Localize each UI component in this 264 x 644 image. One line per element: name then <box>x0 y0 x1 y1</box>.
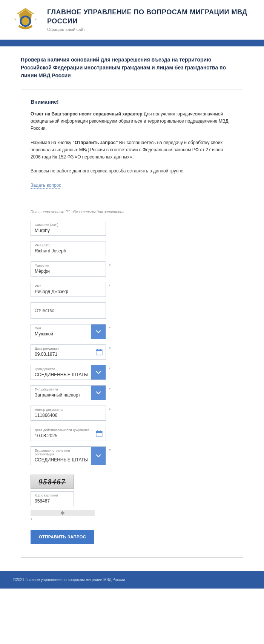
name-field[interactable]: Имя <box>31 282 106 297</box>
doc-number-label: Номер документа <box>31 406 106 412</box>
citizenship-input[interactable] <box>31 371 91 380</box>
calendar-icon <box>96 430 103 437</box>
patronymic-field[interactable] <box>31 302 106 319</box>
puzzle-icon: ✱ <box>60 510 65 516</box>
issuer-dropdown-button[interactable] <box>91 447 106 465</box>
required-marker: * <box>109 284 111 288</box>
submit-button[interactable]: ОТПРАВИТЬ ЗАПРОС <box>31 530 94 544</box>
site-header: ГЛАВНОЕ УПРАВЛЕНИЕ ПО ВОПРОСАМ МИГРАЦИИ … <box>0 0 264 40</box>
gender-label: Пол <box>31 324 91 330</box>
required-marker: * <box>109 448 111 453</box>
captcha-image: 958467 <box>31 475 74 489</box>
required-marker: * <box>109 407 111 412</box>
page-title: Проверка наличия оснований для неразреше… <box>21 56 243 80</box>
notice-paragraph-1: Ответ на Ваш запрос носит справочный хар… <box>31 111 233 132</box>
notice-box: Внимание! Ответ на Ваш запрос носит спра… <box>21 89 243 558</box>
site-footer: ©2021 Главное управление по вопросам миг… <box>0 571 264 589</box>
surname-input[interactable] <box>31 268 106 276</box>
issuer-field[interactable]: Выдавшая страна или организация <box>31 446 106 465</box>
required-marker: * <box>109 387 111 392</box>
captcha-label: Код с картинки <box>31 492 74 497</box>
issuer-input[interactable] <box>31 456 91 465</box>
name-lat-label: Имя (лат.) <box>31 241 106 247</box>
chevron-down-icon <box>96 391 101 394</box>
notice-heading: Внимание! <box>31 99 233 105</box>
notice-paragraph-3: Вопросы по работе данного сервиса просьб… <box>31 168 233 175</box>
birthdate-input[interactable] <box>31 351 106 359</box>
name-lat-input[interactable] <box>31 247 106 256</box>
doc-type-dropdown-button[interactable] <box>91 386 106 400</box>
required-marker: * <box>31 518 233 522</box>
required-marker: * <box>109 367 111 371</box>
calendar-icon <box>96 349 103 355</box>
patronymic-input[interactable] <box>31 306 106 315</box>
ask-question-link[interactable]: Задать вопрос <box>31 183 61 189</box>
required-hint: Поля, отмеченные "*", обязательны для за… <box>31 210 233 214</box>
birthdate-calendar-button[interactable] <box>96 349 103 355</box>
name-input[interactable] <box>31 288 106 297</box>
svg-rect-3 <box>96 350 102 351</box>
gender-input[interactable] <box>31 330 91 339</box>
surname-label: Фамилия <box>31 262 106 267</box>
surname-lat-input[interactable] <box>31 227 106 235</box>
doc-type-field[interactable]: Тип документа <box>31 385 106 400</box>
gender-field[interactable]: Пол <box>31 324 106 339</box>
doc-valid-calendar-button[interactable] <box>96 430 103 437</box>
birthdate-field[interactable]: Дата рождения <box>31 344 106 360</box>
doc-type-input[interactable] <box>31 392 91 400</box>
surname-lat-field[interactable]: Фамилия (лат.) <box>31 221 106 236</box>
captcha-reload-bar[interactable]: ✱ <box>31 510 95 516</box>
chevron-down-icon <box>96 454 101 457</box>
name-lat-field[interactable]: Имя (лат.) <box>31 241 106 256</box>
site-title: ГЛАВНОЕ УПРАВЛЕНИЕ ПО ВОПРОСАМ МИГРАЦИИ … <box>47 8 253 26</box>
captcha-field[interactable]: Код с картинки <box>31 491 74 506</box>
header-bar <box>0 40 264 46</box>
chevron-down-icon <box>96 371 101 374</box>
emblem-icon <box>11 6 40 34</box>
doc-type-label: Тип документа <box>31 386 91 391</box>
surname-field[interactable]: Фамилия <box>31 261 106 277</box>
required-marker: * <box>109 326 111 330</box>
name-label: Имя <box>31 282 106 288</box>
issuer-label: Выдавшая страна или организация <box>31 447 91 456</box>
required-marker: * <box>109 346 111 351</box>
footer-text: ©2021 Главное управление по вопросам миг… <box>13 578 251 582</box>
surname-lat-label: Фамилия (лат.) <box>31 221 106 227</box>
captcha-displayed-code: 958467 <box>39 478 66 486</box>
svg-rect-7 <box>96 431 102 433</box>
citizenship-field[interactable]: Гражданство <box>31 365 106 380</box>
svg-point-1 <box>21 17 29 25</box>
doc-valid-label: Дата действительности документа <box>31 426 106 432</box>
captcha-input[interactable] <box>31 498 74 506</box>
site-subtitle: Официальный сайт <box>47 27 253 32</box>
citizenship-label: Гражданство <box>31 365 91 371</box>
required-marker: * <box>109 263 111 268</box>
notice-paragraph-2: Нажимая на кнопку "Отправить запрос" Вы … <box>31 139 233 161</box>
birthdate-label: Дата рождения <box>31 345 106 350</box>
doc-number-input[interactable] <box>31 412 106 420</box>
form-divider <box>31 202 233 202</box>
gender-dropdown-button[interactable] <box>91 324 106 339</box>
citizenship-dropdown-button[interactable] <box>91 365 106 380</box>
doc-valid-input[interactable] <box>31 432 106 441</box>
doc-valid-field[interactable]: Дата действительности документа <box>31 426 106 441</box>
chevron-down-icon <box>96 330 101 333</box>
doc-number-field[interactable]: Номер документа <box>31 406 106 421</box>
